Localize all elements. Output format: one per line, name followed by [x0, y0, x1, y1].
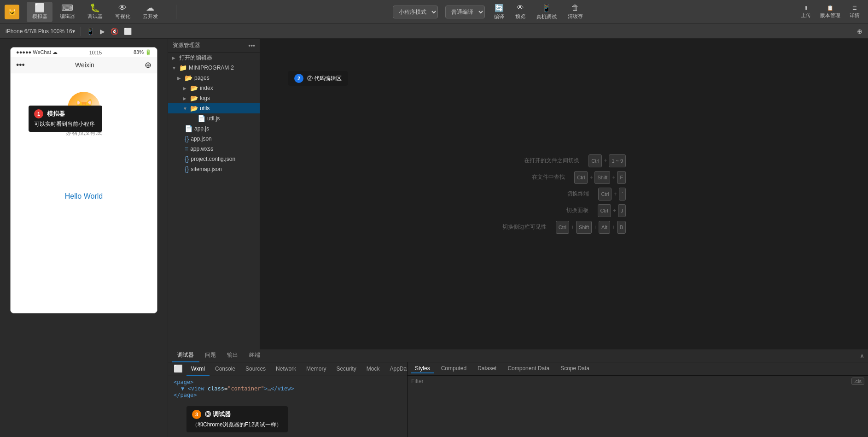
- nav-dots[interactable]: •••: [16, 60, 25, 70]
- projectconfig-label: project.config.json: [191, 156, 235, 162]
- bottom-tab-debugger-label: 调试器: [177, 351, 194, 359]
- logs-folder[interactable]: ▶ 📂 logs: [168, 93, 260, 103]
- shortcut-row-1: 在打开的文件之间切换 Ctrl + 1 ~ 9: [502, 154, 626, 167]
- appwxss-file[interactable]: ▶ ≡ app.wxss: [168, 144, 260, 154]
- devtools-tabs: ⬜ Wxml Console Sources Network Memory Se…: [168, 362, 407, 376]
- pages-label: pages: [194, 75, 210, 81]
- phone-status-left: ●●●●● WeChat ☁: [16, 49, 58, 55]
- preview-btn[interactable]: 👁 预览: [512, 2, 529, 22]
- devtools-tab-memory[interactable]: Memory: [302, 363, 331, 376]
- appjs-file[interactable]: ▶ 📄 app.js: [168, 124, 260, 134]
- compile-btn[interactable]: 🔄 编译: [490, 2, 508, 22]
- phone-icon[interactable]: 📱: [87, 28, 94, 35]
- open-editors-item[interactable]: ▶ 打开的编辑器: [168, 53, 260, 63]
- version-btn[interactable]: 📋 版本管理: [816, 3, 844, 21]
- sitemap-label: sitemap.json: [191, 166, 221, 172]
- utils-folder[interactable]: ▼ 📂 utils: [168, 103, 260, 113]
- devtools-area: ⬜ Wxml Console Sources Network Memory Se…: [168, 362, 868, 437]
- project-arrow: ▼: [172, 65, 177, 71]
- pages-folder[interactable]: ▶ 📂 pages: [168, 73, 260, 83]
- bottom-tab-terminal[interactable]: 终端: [244, 349, 266, 362]
- cls-badge: .cls: [851, 378, 865, 385]
- key-sep-2: +: [589, 171, 593, 183]
- devtools-tab-console[interactable]: Console: [210, 363, 240, 376]
- cloud-icon: ☁: [146, 4, 154, 12]
- toolbar-sep-1: [176, 5, 176, 19]
- debugger-label: 调试器: [87, 13, 103, 20]
- key-shift-2: Shift: [594, 171, 610, 184]
- shortcut-keys-3: Ctrl + `: [598, 188, 626, 201]
- projectconfig-file[interactable]: ▶ {} project.config.json: [168, 154, 260, 164]
- screen-icon[interactable]: ⬜: [124, 28, 132, 35]
- devtools-code: <page> ▼ <view class="container">…</view…: [168, 376, 407, 401]
- filter-input[interactable]: [411, 378, 850, 384]
- audio-icon[interactable]: 🔇: [111, 28, 118, 35]
- devtools-tab-mock[interactable]: Mock: [362, 363, 384, 376]
- styles-tab-componentdata[interactable]: Component Data: [504, 364, 553, 373]
- styles-tab-computed[interactable]: Computed: [437, 364, 470, 373]
- devtools-left: ⬜ Wxml Console Sources Network Memory Se…: [168, 362, 408, 437]
- utiljs-label: util.js: [207, 115, 220, 122]
- phone-status-bar: ●●●●● WeChat ☁ 10:15 83% 🔋: [11, 47, 157, 57]
- add-page-icon[interactable]: ⊕: [857, 28, 862, 35]
- debugger-btn[interactable]: 🐛 调试器: [82, 2, 108, 22]
- sitemap-icon: {}: [185, 165, 189, 173]
- details-btn[interactable]: ☰ 详情: [846, 3, 863, 21]
- compile-select[interactable]: 普通编译: [445, 6, 485, 18]
- project-item[interactable]: ▼ 📁 MINIPROGRAM-2: [168, 63, 260, 73]
- nav-circle[interactable]: ⊕: [145, 60, 151, 70]
- pages-arrow: ▶: [177, 76, 183, 81]
- key-f-2: F: [617, 171, 626, 184]
- styles-filter: .cls: [408, 376, 868, 387]
- main-toolbar-group: ⬜ 模拟器 ⌨ 编辑器 🐛 调试器 👁 可视化 ☁ 云开发: [27, 2, 163, 22]
- sitemap-file[interactable]: ▶ {} sitemap.json: [168, 164, 260, 174]
- bottom-tab-output[interactable]: 输出: [221, 349, 244, 362]
- styles-tab-styles[interactable]: Styles: [411, 364, 434, 373]
- play-icon[interactable]: ▶: [100, 28, 105, 35]
- realtest-btn[interactable]: 📱 真机调试: [533, 2, 560, 22]
- cloud-btn[interactable]: ☁ 云开发: [137, 2, 163, 22]
- devtools-tab-wxml[interactable]: Wxml: [186, 363, 210, 376]
- bottom-tabs-outer: 调试器 问题 输出 终端 ∧: [168, 349, 868, 362]
- upload-btn[interactable]: ⬆ 上传: [797, 3, 815, 21]
- utiljs-file[interactable]: ▶ 📄 util.js: [168, 113, 260, 124]
- key-ctrl-3: Ctrl: [598, 188, 612, 201]
- styles-tab-dataset[interactable]: Dataset: [474, 364, 500, 373]
- devtools-tab-network[interactable]: Network: [271, 363, 301, 376]
- shortcut-row-5: 切换侧边栏可见性 Ctrl + Shift + Alt + B: [502, 221, 626, 234]
- phone-profile: 🐱 苏格拉没有底 Hello World: [11, 73, 157, 210]
- editor-btn[interactable]: ⌨ 编辑器: [54, 2, 80, 22]
- compile-label: 编译: [494, 13, 504, 20]
- bottom-tab-debugger[interactable]: 调试器: [172, 349, 199, 362]
- devtools-tab-selector[interactable]: ⬜: [171, 363, 186, 376]
- devtools-tab-sources[interactable]: Sources: [241, 363, 270, 376]
- styles-tab-scopedata[interactable]: Scope Data: [557, 364, 593, 373]
- index-folder[interactable]: ▶ 📂 index: [168, 83, 260, 93]
- preview-icon: 👁: [517, 4, 524, 12]
- key-sep-5c: +: [612, 221, 615, 233]
- code-line-2: ▼ <view class="container">…</view>: [174, 385, 402, 392]
- mode-select[interactable]: 小程序模式: [393, 6, 438, 18]
- bottom-expand-btn[interactable]: ∧: [860, 352, 864, 360]
- visual-btn[interactable]: 👁 可视化: [110, 2, 135, 22]
- explorer-menu-icon[interactable]: •••: [248, 42, 255, 49]
- devtools-right-panel: Styles Computed Dataset Component Data S…: [408, 362, 868, 437]
- key-j-4: J: [618, 204, 626, 217]
- device-bar-sep: [81, 27, 81, 36]
- key-sep-5b: +: [594, 221, 597, 233]
- devtools-tab-appdata[interactable]: AppData: [385, 363, 407, 376]
- appwxss-icon: ≡: [185, 145, 188, 153]
- appjson-file[interactable]: ▶ {} app.json: [168, 134, 260, 144]
- compile-icon: 🔄: [495, 4, 504, 12]
- clearcache-btn[interactable]: 🗑 清缓存: [564, 2, 587, 22]
- devtools-tab-security[interactable]: Security: [332, 363, 361, 376]
- logs-label: logs: [200, 95, 210, 101]
- badge-2: 2: [294, 74, 303, 83]
- simulator-btn[interactable]: ⬜ 模拟器: [27, 2, 52, 22]
- realtest-icon: 📱: [542, 4, 551, 12]
- key-ctrl-2: Ctrl: [574, 171, 588, 184]
- badge-1: 1: [34, 109, 43, 118]
- editor-label: 编辑器: [60, 13, 75, 20]
- toolbar-middle: 小程序模式 普通编译 🔄 编译 👁 预览 📱 真机调试 🗑 清缓存: [180, 2, 797, 22]
- bottom-tab-issues[interactable]: 问题: [199, 349, 221, 362]
